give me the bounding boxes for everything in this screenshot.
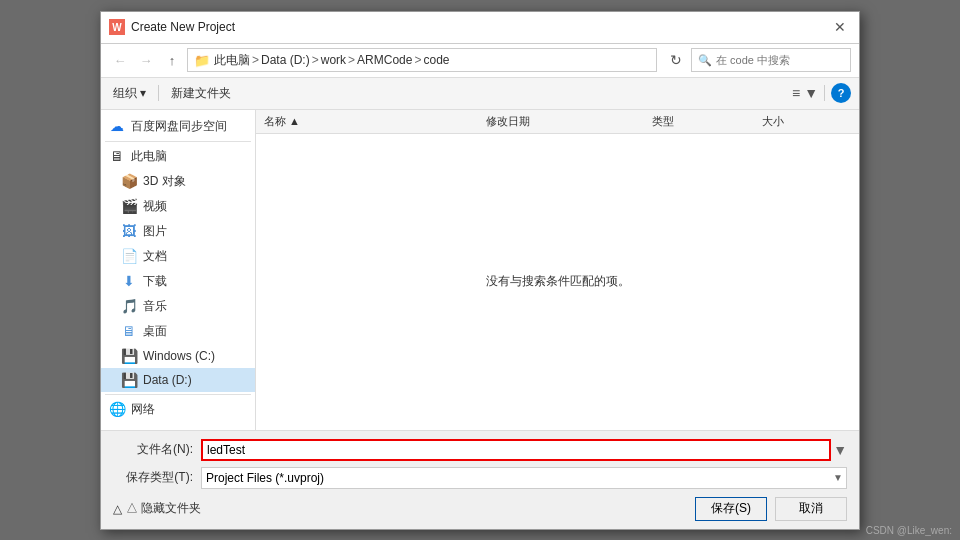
- sidebar-label-windows-c: Windows (C:): [143, 349, 215, 363]
- filename-label: 文件名(N):: [113, 441, 193, 458]
- col-header-type: 类型: [652, 114, 763, 129]
- sidebar-label-music: 音乐: [143, 298, 167, 315]
- sidebar-item-this-pc[interactable]: 🖥 此电脑: [101, 144, 255, 169]
- breadcrumb-item-4[interactable]: code: [423, 53, 449, 67]
- breadcrumb-sep-0: >: [252, 53, 259, 67]
- network-icon: 🌐: [109, 401, 125, 417]
- sidebar-label-data-d: Data (D:): [143, 373, 192, 387]
- sidebar-item-video[interactable]: 🎬 视频: [101, 194, 255, 219]
- file-table-header: 名称 ▲ 修改日期 类型 大小: [256, 110, 859, 134]
- sidebar-item-desktop[interactable]: 🖥 桌面: [101, 319, 255, 344]
- up-button[interactable]: ↑: [161, 49, 183, 71]
- bottom-bar: 文件名(N): ▼ 保存类型(T): Project Files (*.uvpr…: [101, 430, 859, 529]
- filetype-select[interactable]: Project Files (*.uvproj): [201, 467, 847, 489]
- sidebar-item-3d-objects[interactable]: 📦 3D 对象: [101, 169, 255, 194]
- desktop-icon: 🖥: [121, 323, 137, 339]
- breadcrumb-bar[interactable]: 📁 此电脑 > Data (D:) > work > ARMCode > cod…: [187, 48, 657, 72]
- sidebar-divider-1: [105, 141, 251, 142]
- sidebar-item-downloads[interactable]: ⬇ 下载: [101, 269, 255, 294]
- breadcrumb-sep-2: >: [348, 53, 355, 67]
- organize-button[interactable]: 组织 ▾: [109, 83, 150, 104]
- search-input[interactable]: [716, 54, 844, 66]
- pictures-icon: 🖼: [121, 223, 137, 239]
- filename-input-container: ▼: [201, 439, 847, 461]
- app-icon: W: [109, 19, 125, 35]
- watermark: CSDN @Like_wen:: [866, 525, 952, 536]
- sidebar-item-windows-c[interactable]: 💾 Windows (C:): [101, 344, 255, 368]
- hidden-files-icon: △: [113, 502, 122, 516]
- sidebar-label-baidu: 百度网盘同步空间: [131, 118, 227, 135]
- filename-row: 文件名(N): ▼: [113, 439, 847, 461]
- cancel-button[interactable]: 取消: [775, 497, 847, 521]
- this-pc-icon: 🖥: [109, 148, 125, 164]
- breadcrumb: 此电脑 > Data (D:) > work > ARMCode > code: [214, 52, 449, 69]
- breadcrumb-item-3[interactable]: ARMCode: [357, 53, 412, 67]
- breadcrumb-sep-1: >: [312, 53, 319, 67]
- toolbar-right: ≡ ▼ ?: [792, 83, 851, 103]
- no-results-text: 没有与搜索条件匹配的项。: [486, 273, 630, 290]
- col-header-size: 大小: [762, 114, 851, 129]
- nav-bar: ← → ↑ 📁 此电脑 > Data (D:) > work > ARMCode…: [101, 44, 859, 78]
- filename-input[interactable]: [201, 439, 831, 461]
- back-button[interactable]: ←: [109, 49, 131, 71]
- search-bar[interactable]: 🔍: [691, 48, 851, 72]
- toolbar: 组织 ▾ 新建文件夹 ≡ ▼ ?: [101, 78, 859, 110]
- data-d-icon: 💾: [121, 372, 137, 388]
- title-bar: W Create New Project ✕: [101, 12, 859, 44]
- sidebar-item-network[interactable]: 🌐 网络: [101, 397, 255, 422]
- col-header-name: 名称 ▲: [264, 114, 486, 129]
- filetype-label: 保存类型(T):: [113, 469, 193, 486]
- breadcrumb-item-1[interactable]: Data (D:): [261, 53, 310, 67]
- toolbar-separator: [158, 85, 159, 101]
- col-header-date: 修改日期: [486, 114, 652, 129]
- filetype-row: 保存类型(T): Project Files (*.uvproj) ▼: [113, 467, 847, 489]
- sidebar-label-desktop: 桌面: [143, 323, 167, 340]
- sidebar-label-network: 网络: [131, 401, 155, 418]
- breadcrumb-sep-3: >: [414, 53, 421, 67]
- sidebar-label-video: 视频: [143, 198, 167, 215]
- sidebar-label-this-pc: 此电脑: [131, 148, 167, 165]
- close-button[interactable]: ✕: [829, 16, 851, 38]
- main-content: ☁ 百度网盘同步空间 🖥 此电脑 📦 3D 对象 🎬 视频 🖼 图片 📄: [101, 110, 859, 430]
- sidebar-label-downloads: 下载: [143, 273, 167, 290]
- breadcrumb-folder-icon: 📁: [194, 53, 210, 68]
- dialog-title: Create New Project: [131, 20, 235, 34]
- sidebar: ☁ 百度网盘同步空间 🖥 此电脑 📦 3D 对象 🎬 视频 🖼 图片 📄: [101, 110, 256, 430]
- 3d-objects-icon: 📦: [121, 173, 137, 189]
- search-icon: 🔍: [698, 54, 712, 67]
- hidden-files-label: △ 隐藏文件夹: [126, 500, 201, 517]
- sidebar-item-pictures[interactable]: 🖼 图片: [101, 219, 255, 244]
- file-panel: 名称 ▲ 修改日期 类型 大小 没有与搜索条件匹配的项。: [256, 110, 859, 430]
- baidu-icon: ☁: [109, 118, 125, 134]
- action-buttons: 保存(S) 取消: [695, 497, 847, 521]
- sidebar-item-music[interactable]: 🎵 音乐: [101, 294, 255, 319]
- title-bar-left: W Create New Project: [109, 19, 235, 35]
- dialog-window: W Create New Project ✕ ← → ↑ 📁 此电脑 > Dat…: [100, 11, 860, 530]
- save-button[interactable]: 保存(S): [695, 497, 767, 521]
- filename-dropdown-icon[interactable]: ▼: [833, 442, 847, 458]
- sidebar-label-documents: 文档: [143, 248, 167, 265]
- sidebar-item-data-d[interactable]: 💾 Data (D:): [101, 368, 255, 392]
- action-row: △ △ 隐藏文件夹 保存(S) 取消: [113, 497, 847, 521]
- sidebar-item-baidu[interactable]: ☁ 百度网盘同步空间: [101, 114, 255, 139]
- file-table-body: 没有与搜索条件匹配的项。: [256, 134, 859, 430]
- sidebar-divider-2: [105, 394, 251, 395]
- help-button[interactable]: ?: [831, 83, 851, 103]
- breadcrumb-item-0[interactable]: 此电脑: [214, 52, 250, 69]
- new-folder-button[interactable]: 新建文件夹: [167, 83, 235, 104]
- filetype-select-container: Project Files (*.uvproj) ▼: [201, 467, 847, 489]
- downloads-icon: ⬇: [121, 273, 137, 289]
- documents-icon: 📄: [121, 248, 137, 264]
- hidden-files-button[interactable]: △ △ 隐藏文件夹: [113, 500, 201, 517]
- toolbar-separator-2: [824, 85, 825, 101]
- refresh-button[interactable]: ↻: [665, 49, 687, 71]
- forward-button[interactable]: →: [135, 49, 157, 71]
- music-icon: 🎵: [121, 298, 137, 314]
- sidebar-item-documents[interactable]: 📄 文档: [101, 244, 255, 269]
- breadcrumb-item-2[interactable]: work: [321, 53, 346, 67]
- sidebar-label-3d-objects: 3D 对象: [143, 173, 186, 190]
- view-toggle-icon[interactable]: ≡ ▼: [792, 85, 818, 101]
- sidebar-label-pictures: 图片: [143, 223, 167, 240]
- video-icon: 🎬: [121, 198, 137, 214]
- windows-c-icon: 💾: [121, 348, 137, 364]
